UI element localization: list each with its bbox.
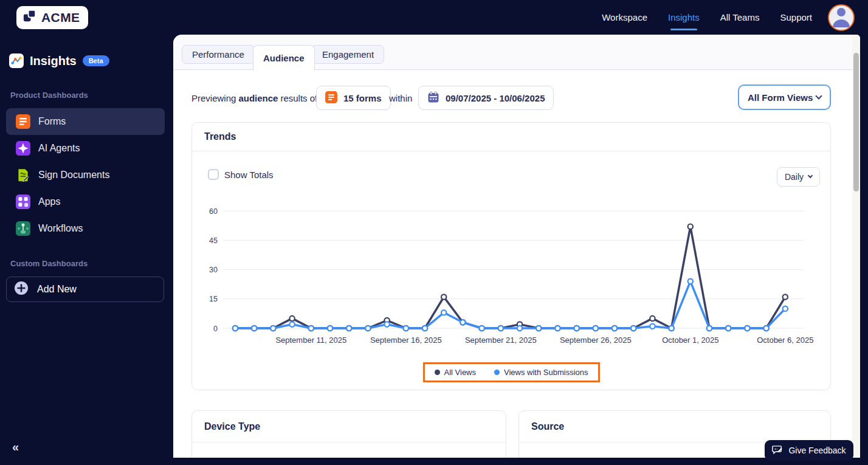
nav-item-workspace[interactable]: Workspace	[602, 12, 647, 22]
within-label: within	[389, 86, 412, 110]
sidebar-item-sign-documents[interactable]: Sign Documents	[6, 162, 165, 188]
interval-dropdown[interactable]: Daily	[777, 167, 820, 187]
insights-app-icon	[9, 53, 24, 68]
nav-item-all-teams[interactable]: All Teams	[720, 12, 760, 22]
sidebar-item-label: Sign Documents	[38, 170, 109, 181]
svg-text:15: 15	[209, 295, 218, 303]
device-type-card: Device Type	[191, 410, 506, 458]
sidebar-item-apps[interactable]: Apps	[6, 188, 165, 215]
sidebar: Insights Beta Product Dashboards Forms A…	[0, 35, 173, 465]
plus-icon	[14, 281, 29, 298]
legend-item-views-with-submissions[interactable]: Views with Submissions	[494, 368, 588, 377]
chevron-down-icon	[815, 92, 822, 99]
svg-text:October 6, 2025: October 6, 2025	[757, 336, 813, 345]
tab-engagement[interactable]: Engagement	[312, 45, 384, 64]
sidebar-item-label: Forms	[38, 116, 66, 127]
show-totals-label: Show Totals	[224, 170, 274, 180]
sidebar-item-label: Apps	[38, 196, 60, 207]
source-card-title: Source	[519, 411, 830, 443]
add-new-label: Add New	[37, 284, 77, 295]
interval-dropdown-label: Daily	[785, 172, 804, 182]
preview-prefix: Previewing	[191, 93, 236, 103]
svg-text:0: 0	[213, 325, 218, 333]
avatar[interactable]	[828, 4, 855, 31]
sidebar-item-label: Workflows	[38, 223, 83, 234]
give-feedback-button[interactable]: Give Feedback	[765, 440, 853, 461]
tab-performance[interactable]: Performance	[182, 45, 255, 64]
add-new-button[interactable]: Add New	[6, 277, 164, 302]
show-totals-control: Show Totals	[208, 169, 274, 180]
logo-text: ACME	[41, 10, 80, 25]
trends-card-title: Trends	[192, 123, 830, 151]
svg-text:30: 30	[209, 266, 218, 274]
legend-dot-views-with-submissions	[494, 370, 500, 375]
trends-line-chart: 015304560September 11, 2025September 16,…	[201, 201, 830, 350]
vertical-scrollbar[interactable]	[852, 35, 860, 458]
forms-count-label: 15 forms	[343, 93, 382, 103]
give-feedback-label: Give Feedback	[788, 446, 846, 455]
svg-text:September 16, 2025: September 16, 2025	[370, 336, 442, 345]
date-range-label: 09/07/2025 - 10/06/2025	[446, 93, 545, 103]
trends-card: Trends Show Totals Daily 015304560Septem…	[191, 122, 831, 390]
beta-badge: Beta	[83, 55, 109, 66]
device-type-card-title: Device Type	[192, 411, 506, 443]
svg-text:September 26, 2025: September 26, 2025	[560, 336, 632, 345]
legend-wrap: All Views Views with Submissions	[192, 362, 830, 382]
top-bar: ACME Workspace Insights All Teams Suppor…	[0, 0, 868, 35]
legend-dot-all-views	[435, 370, 440, 375]
calendar-icon	[427, 91, 439, 105]
section-custom-dashboards: Custom Dashboards	[10, 259, 173, 268]
legend-item-all-views[interactable]: All Views	[435, 368, 477, 377]
svg-text:October 1, 2025: October 1, 2025	[662, 336, 718, 345]
sidebar-title: Insights	[30, 54, 77, 68]
nav-item-support[interactable]: Support	[780, 12, 812, 22]
form-chip-icon	[325, 91, 337, 105]
forms-count-chip[interactable]: 15 forms	[316, 86, 391, 110]
svg-text:September 21, 2025: September 21, 2025	[465, 336, 537, 345]
apps-icon	[16, 195, 30, 209]
sidebar-item-label: AI Agents	[38, 143, 80, 154]
sidebar-item-workflows[interactable]: Workflows	[6, 215, 165, 242]
sidebar-header: Insights Beta	[9, 53, 173, 68]
sidebar-item-ai-agents[interactable]: AI Agents	[6, 135, 165, 162]
svg-text:September 11, 2025: September 11, 2025	[275, 336, 346, 345]
person-icon	[829, 4, 853, 30]
preview-text: Previewing audience results of	[191, 86, 317, 110]
acme-logo[interactable]: ACME	[16, 6, 88, 29]
date-range-chip[interactable]: 09/07/2025 - 10/06/2025	[418, 86, 554, 110]
acme-logo-icon	[22, 9, 38, 26]
main-panel: Performance Audience Engagement Previewi…	[173, 35, 860, 458]
legend-label: All Views	[444, 368, 477, 377]
sign-documents-icon	[16, 168, 30, 182]
forms-icon	[16, 114, 30, 129]
collapse-sidebar-icon[interactable]: «	[12, 440, 19, 454]
workflows-icon	[16, 221, 30, 236]
ai-agents-icon	[16, 141, 30, 156]
show-totals-checkbox[interactable]	[208, 169, 219, 180]
svg-text:45: 45	[209, 236, 218, 245]
scrollbar-thumb[interactable]	[853, 53, 859, 191]
form-views-dropdown-label: All Form Views	[748, 92, 813, 103]
tab-audience[interactable]: Audience	[253, 45, 315, 71]
legend-label: Views with Submissions	[504, 368, 588, 377]
sidebar-item-forms[interactable]: Forms	[6, 108, 165, 135]
preview-emphasis: audience	[238, 93, 278, 103]
feedback-icon	[772, 444, 783, 457]
chart-legend-highlighted: All Views Views with Submissions	[423, 362, 600, 382]
form-views-dropdown[interactable]: All Form Views	[738, 84, 831, 110]
preview-suffix: results of	[280, 93, 317, 103]
nav-item-insights[interactable]: Insights	[668, 12, 700, 22]
top-nav: Workspace Insights All Teams Support	[602, 12, 812, 22]
chevron-down-icon	[808, 173, 813, 178]
svg-text:60: 60	[209, 207, 218, 216]
section-product-dashboards: Product Dashboards	[10, 91, 173, 100]
